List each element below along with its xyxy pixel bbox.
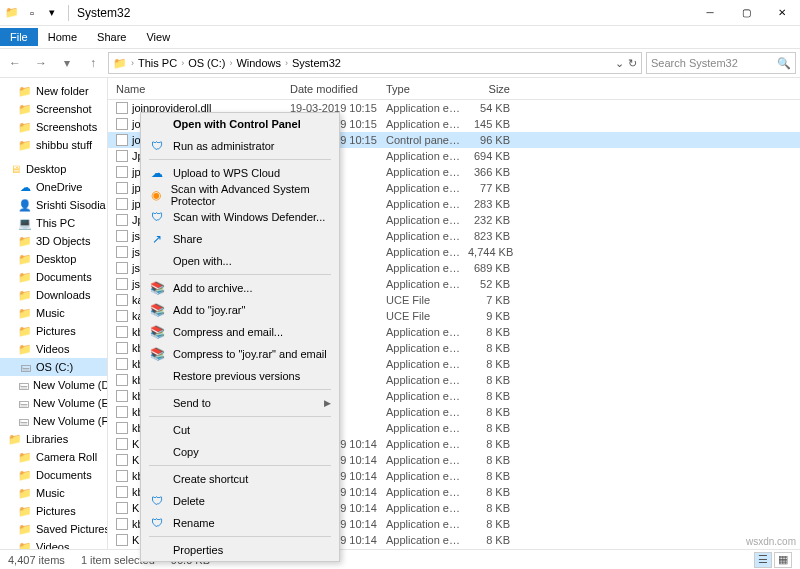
file-icon xyxy=(116,102,128,114)
sidebar-item[interactable]: 📁Videos xyxy=(0,340,107,358)
sidebar-item[interactable]: 📁New folder xyxy=(0,82,107,100)
menu-item[interactable]: Properties xyxy=(141,539,339,561)
menu-item[interactable]: ☁Upload to WPS Cloud xyxy=(141,162,339,184)
folder-icon: 📁 xyxy=(18,234,32,248)
sidebar-item[interactable]: 📁Screenshots xyxy=(0,118,107,136)
menu-item[interactable]: Copy xyxy=(141,441,339,463)
file-icon xyxy=(116,390,128,402)
file-icon xyxy=(116,198,128,210)
sidebar-item[interactable]: 🖴OS (C:) xyxy=(0,358,107,376)
sidebar-item[interactable]: 📁Saved Pictures xyxy=(0,520,107,538)
sidebar-item[interactable]: 📁Screenshot xyxy=(0,100,107,118)
sidebar-item[interactable]: 📁Downloads xyxy=(0,286,107,304)
refresh-icon[interactable]: ↻ xyxy=(628,57,637,70)
file-icon xyxy=(116,454,128,466)
sidebar-item[interactable]: 👤Srishti Sisodia xyxy=(0,196,107,214)
menu-item[interactable]: Create shortcut xyxy=(141,468,339,490)
window-title: System32 xyxy=(77,6,130,20)
close-button[interactable]: ✕ xyxy=(764,0,800,26)
sidebar-item[interactable]: 📁Documents xyxy=(0,268,107,286)
dropdown-icon[interactable]: ▾ xyxy=(44,5,60,21)
menu-separator xyxy=(149,465,331,466)
chevron-right-icon: ▶ xyxy=(324,398,331,408)
menu-item[interactable]: 🛡Scan with Windows Defender... xyxy=(141,206,339,228)
breadcrumb[interactable]: System32 xyxy=(292,57,341,69)
file-icon xyxy=(116,166,128,178)
address-bar[interactable]: 📁 › This PC › OS (C:) › Windows › System… xyxy=(108,52,642,74)
sidebar-item[interactable]: 🖴New Volume (E xyxy=(0,394,107,412)
sidebar-item[interactable]: 📁Music xyxy=(0,304,107,322)
menu-separator xyxy=(149,389,331,390)
tab-view[interactable]: View xyxy=(136,28,180,46)
menu-item[interactable]: 🛡Rename xyxy=(141,512,339,534)
file-icon xyxy=(116,342,128,354)
col-type[interactable]: Type xyxy=(378,83,460,95)
user-icon: 👤 xyxy=(18,198,32,212)
menu-separator xyxy=(149,536,331,537)
shield-icon: 🛡 xyxy=(149,493,165,509)
share-icon: ↗ xyxy=(149,231,165,247)
menu-item[interactable]: 📚Add to "joy.rar" xyxy=(141,299,339,321)
breadcrumb[interactable]: OS (C:) xyxy=(188,57,225,69)
sidebar-item[interactable]: 🖥Desktop xyxy=(0,160,107,178)
file-icon xyxy=(116,358,128,370)
menu-item[interactable]: 📚Compress to "joy.rar" and email xyxy=(141,343,339,365)
maximize-button[interactable]: ▢ xyxy=(728,0,764,26)
sidebar-item[interactable]: 📁Videos xyxy=(0,538,107,549)
tab-file[interactable]: File xyxy=(0,28,38,46)
folder-icon: 📁 xyxy=(18,540,32,549)
sidebar-item[interactable]: 💻This PC xyxy=(0,214,107,232)
sidebar-item[interactable]: 📁Music xyxy=(0,484,107,502)
search-input[interactable]: Search System32 🔍 xyxy=(646,52,796,74)
menu-item[interactable]: Restore previous versions xyxy=(141,365,339,387)
up-button[interactable]: ↑ xyxy=(82,52,104,74)
drive-icon: 🖴 xyxy=(18,360,32,374)
view-details-button[interactable]: ☰ xyxy=(754,552,772,568)
quick-access-icon[interactable]: ▫ xyxy=(24,5,40,21)
sidebar-item[interactable]: 📁Libraries xyxy=(0,430,107,448)
file-icon xyxy=(116,406,128,418)
menu-item[interactable]: Open with Control Panel xyxy=(141,113,339,135)
sidebar-item[interactable]: 📁Pictures xyxy=(0,322,107,340)
sidebar-item[interactable]: 🖴New Volume (D xyxy=(0,376,107,394)
sidebar-item[interactable]: 📁3D Objects xyxy=(0,232,107,250)
menu-item[interactable]: Send to▶ xyxy=(141,392,339,414)
col-size[interactable]: Size xyxy=(460,83,520,95)
sidebar-item[interactable]: 📁shibbu stuff xyxy=(0,136,107,154)
minimize-button[interactable]: ─ xyxy=(692,0,728,26)
col-name[interactable]: Name xyxy=(108,83,282,95)
menu-item[interactable]: ↗Share xyxy=(141,228,339,250)
tab-share[interactable]: Share xyxy=(87,28,136,46)
menu-item[interactable]: 🛡Delete xyxy=(141,490,339,512)
breadcrumb[interactable]: This PC xyxy=(138,57,177,69)
sidebar-item[interactable]: ☁OneDrive xyxy=(0,178,107,196)
back-button[interactable]: ← xyxy=(4,52,26,74)
file-icon xyxy=(116,470,128,482)
file-icon xyxy=(116,438,128,450)
menu-item[interactable]: 🛡Run as administrator xyxy=(141,135,339,157)
sidebar-item[interactable]: 📁Documents xyxy=(0,466,107,484)
menu-item[interactable]: ◉Scan with Advanced System Protector xyxy=(141,184,339,206)
file-icon xyxy=(116,374,128,386)
menu-item[interactable]: 📚Compress and email... xyxy=(141,321,339,343)
folder-icon: 📁 xyxy=(113,57,127,70)
recent-dropdown[interactable]: ▾ xyxy=(56,52,78,74)
view-icons-button[interactable]: ▦ xyxy=(774,552,792,568)
menu-item[interactable]: Cut xyxy=(141,419,339,441)
forward-button[interactable]: → xyxy=(30,52,52,74)
sidebar-item[interactable]: 🖴New Volume (F xyxy=(0,412,107,430)
file-icon xyxy=(116,118,128,130)
menu-item[interactable]: 📚Add to archive... xyxy=(141,277,339,299)
sidebar-item[interactable]: 📁Camera Roll xyxy=(0,448,107,466)
col-date[interactable]: Date modified xyxy=(282,83,378,95)
folder-icon: 📁 xyxy=(18,120,32,134)
folder-icon: 📁 xyxy=(18,486,32,500)
sidebar-item[interactable]: 📁Pictures xyxy=(0,502,107,520)
folder-icon: 📁 xyxy=(18,504,32,518)
sidebar-item[interactable]: 📁Desktop xyxy=(0,250,107,268)
addr-dropdown-icon[interactable]: ⌄ xyxy=(615,57,624,70)
menu-item[interactable]: Open with... xyxy=(141,250,339,272)
shield-icon: 🛡 xyxy=(149,209,165,225)
breadcrumb[interactable]: Windows xyxy=(236,57,281,69)
tab-home[interactable]: Home xyxy=(38,28,87,46)
